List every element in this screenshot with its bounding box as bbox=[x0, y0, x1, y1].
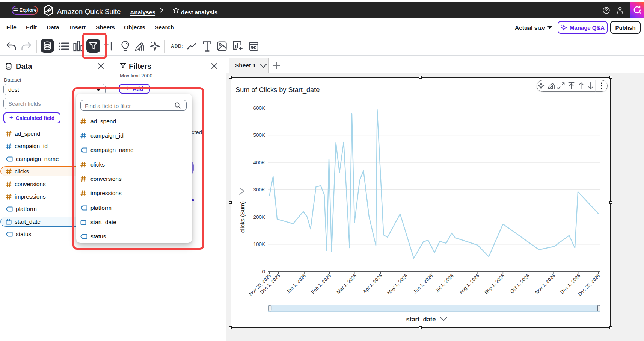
svg-text:Oct 1, 2026: Oct 1, 2026 bbox=[509, 273, 530, 294]
svg-text:clicks (Sum): clicks (Sum) bbox=[239, 201, 246, 233]
svg-text:100K: 100K bbox=[253, 241, 265, 247]
svg-text:400K: 400K bbox=[253, 160, 265, 165]
svg-text:Jun 1, 2026: Jun 1, 2026 bbox=[412, 273, 434, 295]
svg-text:0: 0 bbox=[262, 269, 265, 274]
svg-text:Apr 1, 2026: Apr 1, 2026 bbox=[362, 273, 383, 294]
svg-text:500K: 500K bbox=[253, 132, 265, 138]
svg-text:start_date: start_date bbox=[406, 316, 436, 323]
svg-text:Jul 1, 2026: Jul 1, 2026 bbox=[434, 273, 455, 294]
svg-text:Feb 1, 2026: Feb 1, 2026 bbox=[310, 273, 332, 295]
svg-text:300K: 300K bbox=[253, 187, 265, 192]
svg-text:Sep 1, 2026: Sep 1, 2026 bbox=[483, 273, 505, 295]
svg-text:May 1, 2026: May 1, 2026 bbox=[386, 273, 409, 296]
svg-text:600K: 600K bbox=[253, 105, 265, 111]
svg-text:Mar 1, 2026: Mar 1, 2026 bbox=[336, 273, 358, 295]
svg-text:Aug 1, 2026: Aug 1, 2026 bbox=[458, 273, 480, 295]
svg-text:200K: 200K bbox=[253, 214, 265, 220]
svg-text:Jan 1, 2026: Jan 1, 2026 bbox=[285, 273, 307, 295]
svg-text:Nov 1, 2026: Nov 1, 2026 bbox=[534, 273, 556, 295]
